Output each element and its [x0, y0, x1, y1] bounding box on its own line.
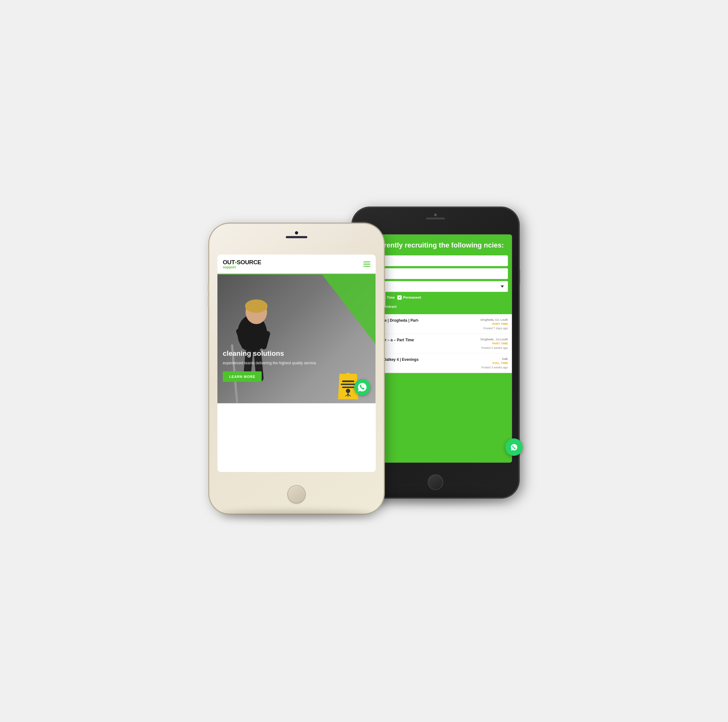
job-location-3: Dalk [502, 357, 508, 360]
svg-rect-13 [342, 387, 354, 388]
svg-rect-12 [341, 383, 356, 385]
job-meta-1: Drogheda, Co. Louth PART TIME Posted 7 d… [480, 318, 508, 330]
whatsapp-button-white[interactable] [354, 379, 370, 395]
white-phone-top-bar [286, 231, 307, 238]
white-iphone: OUT•SOURCE support [209, 224, 384, 514]
hero-title: cleaning solutions [223, 350, 370, 358]
hamburger-menu-button[interactable] [363, 262, 370, 267]
job-location-2: Drogheda , Co.Louth [480, 337, 508, 340]
logo: OUT•SOURCE support [223, 259, 261, 269]
scene: re currently recruiting the following nc… [209, 208, 518, 515]
learn-more-button[interactable]: LEARN MORE [223, 371, 262, 382]
white-camera-dot [295, 231, 298, 235]
whatsapp-button-black[interactable] [505, 438, 523, 456]
location-field[interactable]: n [363, 268, 508, 279]
hero-text-block: cleaning solutions experienced teams del… [223, 350, 370, 382]
white-phone-body: OUT•SOURCE support [209, 224, 384, 514]
job-meta-3: Dalk FULL TIME Posted 3 weeks ago [481, 357, 508, 369]
logo-outsource-text: OUT•SOURCE [223, 259, 261, 265]
hero-subtitle: experienced teams delivering the highest… [223, 360, 370, 366]
job-location-1: Drogheda, Co. Louth [480, 318, 508, 321]
logo-support-text: support [223, 265, 261, 269]
hero-image: cleaning solutions experienced teams del… [217, 274, 376, 403]
white-power-button [384, 291, 385, 307]
black-power-button [519, 269, 520, 284]
checkbox-icon [398, 296, 402, 300]
app-header: OUT•SOURCE support [217, 254, 376, 274]
job-posted-3: Posted 3 weeks ago [481, 366, 508, 369]
keywords-field[interactable]: ds [363, 255, 508, 266]
job-type-badge-3: FULL TIME [492, 362, 508, 365]
svg-point-14 [346, 389, 350, 393]
black-speaker-bar [426, 218, 445, 219]
category-dropdown[interactable]: tegory [363, 281, 508, 292]
black-home-button[interactable] [428, 475, 443, 490]
black-camera-dot [434, 213, 437, 216]
svg-point-3 [245, 299, 268, 313]
job-type-badge-2: PART TIME [492, 342, 508, 345]
job-type-badge-1: PART TIME [492, 322, 508, 325]
white-speaker-bar [286, 236, 307, 238]
job-posted-2: Posted 2 weeks ago [481, 346, 508, 349]
job-posted-1: Posted 7 days ago [483, 327, 508, 330]
job-meta-2: Drogheda , Co.Louth PART TIME Posted 2 w… [480, 337, 508, 349]
black-phone-top-bar [426, 213, 445, 219]
cleaner-svg [217, 280, 292, 403]
white-screen-area: OUT•SOURCE support [217, 254, 376, 472]
white-vol-down-button [208, 296, 209, 306]
white-home-button[interactable] [288, 485, 306, 504]
dropdown-arrow-icon [501, 285, 504, 288]
checkbox-permanent[interactable]: Permanent [398, 296, 421, 300]
white-vol-up-button [208, 283, 209, 293]
recruiting-title: re currently recruiting the following nc… [364, 241, 507, 250]
logo-dot: • [235, 259, 237, 265]
white-screen-content: OUT•SOURCE support [217, 254, 376, 472]
